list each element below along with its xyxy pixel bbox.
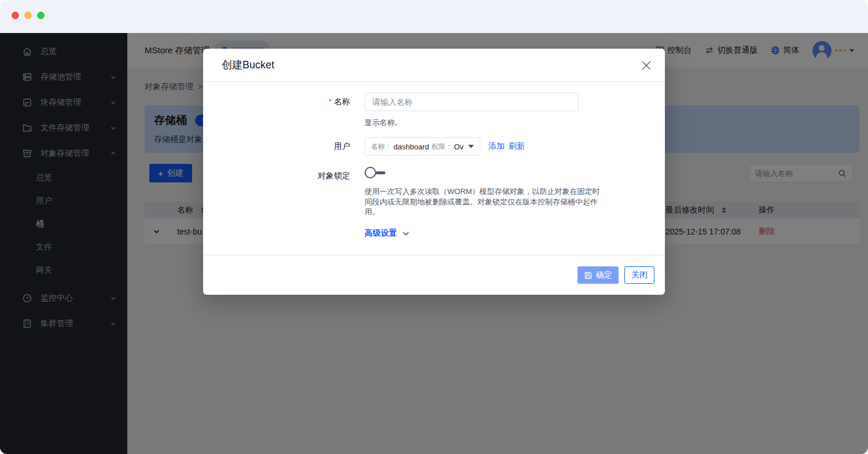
save-icon	[584, 271, 593, 280]
bucket-name-input[interactable]	[365, 93, 579, 111]
chevron-down-icon	[468, 145, 474, 148]
modal-header: 创建Bucket	[203, 49, 665, 82]
name-field-hint: 显示名称。	[365, 118, 665, 128]
zoom-window-button[interactable]	[37, 12, 45, 19]
user-field-row: 用户 名称： dashboard 权限： Ov 添加 刷新	[203, 137, 665, 156]
chevron-down-icon	[402, 230, 409, 237]
confirm-button[interactable]: 确定	[578, 266, 619, 284]
titlebar	[0, 0, 868, 33]
name-field-label: 名称	[334, 97, 350, 106]
name-field-row: *名称 显示名称。	[203, 93, 665, 128]
modal-footer: 确定 关闭	[203, 255, 665, 295]
modal-body: *名称 显示名称。 用户 名称： dashboard 权限： Ov	[203, 82, 665, 255]
object-lock-toggle[interactable]	[365, 167, 387, 178]
object-lock-row: 对象锁定 使用一次写入多次读取（WORM）模型存储对象，以防止对象在固定时间段内…	[203, 167, 665, 239]
close-icon[interactable]	[641, 60, 652, 71]
required-asterisk: *	[329, 97, 332, 106]
object-lock-description: 使用一次写入多次读取（WORM）模型存储对象，以防止对象在固定时间段内或无限期地…	[365, 186, 604, 217]
user-select[interactable]: 名称： dashboard 权限： Ov	[365, 137, 480, 156]
user-field-label: 用户	[203, 137, 350, 156]
minimize-window-button[interactable]	[24, 12, 32, 19]
advanced-settings-link[interactable]: 高级设置	[365, 228, 665, 239]
app-window: 总览 存储池管理 块存储管理 文件存储管理	[0, 0, 868, 454]
add-user-link[interactable]: 添加	[488, 141, 505, 152]
close-window-button[interactable]	[12, 12, 19, 19]
cancel-button[interactable]: 关闭	[624, 266, 654, 284]
object-lock-label: 对象锁定	[203, 167, 350, 239]
refresh-users-link[interactable]: 刷新	[509, 141, 525, 152]
create-bucket-modal: 创建Bucket *名称 显示名称。 用户 名称	[203, 49, 665, 295]
modal-title: 创建Bucket	[222, 58, 274, 72]
